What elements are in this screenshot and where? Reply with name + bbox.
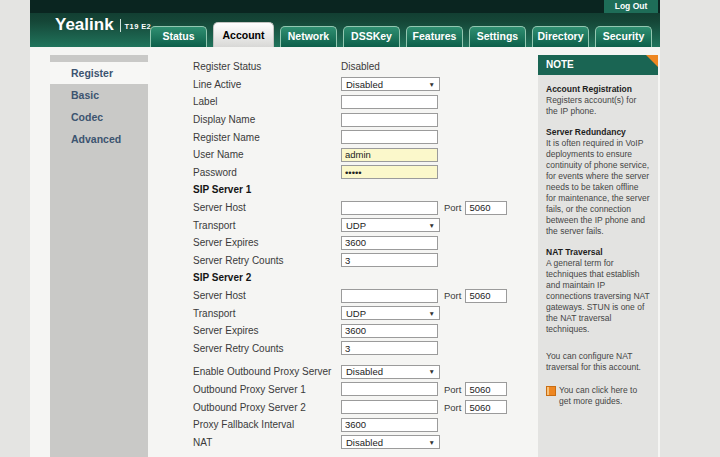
sidebar-item-register[interactable]: Register	[50, 62, 150, 84]
field-control: Port	[341, 201, 507, 215]
field-label-register-name: Register Name	[193, 132, 341, 143]
guide-link-text[interactable]: You can click here to get more guides.	[559, 385, 650, 407]
tab-dsskey[interactable]: DSSKey	[343, 26, 400, 47]
field-control: Disabled▼	[341, 77, 440, 91]
field-label-server-expires: Server Expires	[193, 237, 341, 248]
proxy-fallback-interval-input[interactable]	[341, 418, 438, 432]
selected-option: Disabled	[346, 366, 383, 377]
note-section-nat-traversal: NAT TraversalA general term for techniqu…	[546, 247, 650, 335]
transport-select[interactable]: UDP▼	[341, 306, 440, 320]
top-strip: Log Out	[30, 0, 660, 13]
form-row-server-retry-counts: Server Retry Counts	[193, 252, 543, 270]
form-row-server-expires: Server Expires	[193, 234, 543, 252]
field-label-display-name: Display Name	[193, 114, 341, 125]
field-control	[341, 324, 438, 338]
port-label: Port	[444, 402, 461, 413]
server-expires-input[interactable]	[341, 236, 438, 250]
user-name-input[interactable]	[341, 148, 438, 162]
field-control: UDP▼	[341, 306, 440, 320]
field-label-proxy-fallback-interval: Proxy Fallback Interval	[193, 419, 341, 430]
transport-select[interactable]: UDP▼	[341, 218, 440, 232]
note-section-heading: Server Redundancy	[546, 127, 650, 138]
field-label-server-host: Server Host	[193, 202, 341, 213]
field-control: Disabled▼	[341, 365, 440, 379]
outbound-proxy-server-2-input[interactable]	[341, 400, 438, 414]
form-row-server-expires: Server Expires	[193, 322, 543, 340]
field-control: Port	[341, 382, 507, 396]
field-label-transport: Transport	[193, 220, 341, 231]
note-guide-line: You can click here to get more guides.	[546, 385, 650, 407]
note-section-body: A general term for techniques that estab…	[546, 258, 650, 335]
tab-security[interactable]: Security	[595, 26, 652, 47]
field-control	[341, 148, 438, 162]
label-input[interactable]	[341, 95, 438, 109]
note-footer-text: You can configure NAT traversal for this…	[546, 351, 650, 373]
register-status-value: Disabled	[341, 61, 380, 72]
server-expires-input[interactable]	[341, 324, 438, 338]
field-control	[341, 418, 438, 432]
form-row-server-host: Server HostPort	[193, 199, 543, 217]
display-name-input[interactable]	[341, 113, 438, 127]
password-input[interactable]	[341, 165, 438, 179]
server-host-port-input[interactable]	[465, 201, 507, 215]
server-host-input[interactable]	[341, 289, 438, 303]
note-panel: NOTE Account RegistrationRegisters accou…	[538, 55, 658, 457]
server-host-input[interactable]	[341, 201, 438, 215]
server-host-port-input[interactable]	[465, 289, 507, 303]
sidebar-item-basic[interactable]: Basic	[50, 84, 148, 106]
selected-option: UDP	[346, 220, 366, 231]
server-retry-counts-input[interactable]	[341, 253, 438, 267]
enable-outbound-proxy-server-select[interactable]: Disabled▼	[341, 365, 440, 379]
tab-directory[interactable]: Directory	[532, 26, 589, 47]
tab-settings[interactable]: Settings	[469, 26, 526, 47]
selected-option: UDP	[346, 308, 366, 319]
section-title-sip-server-2: SIP Server 2	[193, 272, 251, 283]
sidebar-item-codec[interactable]: Codec	[50, 106, 148, 128]
port-label: Port	[444, 384, 461, 395]
sidebar-item-advanced[interactable]: Advanced	[50, 128, 148, 150]
field-label-line-active: Line Active	[193, 79, 341, 90]
field-label-transport: Transport	[193, 308, 341, 319]
outbound-proxy-server-1-port-input[interactable]	[465, 382, 507, 396]
note-title: NOTE	[546, 59, 574, 70]
field-control	[341, 130, 438, 144]
nav-tabs: StatusAccountNetworkDSSKeyFeaturesSettin…	[150, 22, 652, 47]
form-row-transport: TransportUDP▼	[193, 216, 543, 234]
outbound-proxy-server-1-input[interactable]	[341, 382, 438, 396]
form-row-proxy-fallback-interval: Proxy Fallback Interval	[193, 416, 543, 434]
server-retry-counts-input[interactable]	[341, 341, 438, 355]
brand-logo: Yealink T19 E2	[55, 15, 151, 35]
note-header: NOTE	[538, 55, 658, 75]
guide-book-icon	[546, 386, 556, 396]
form-row-password: Password	[193, 164, 543, 182]
tab-status[interactable]: Status	[150, 26, 207, 47]
field-label-password: Password	[193, 167, 341, 178]
nat-select[interactable]: Disabled▼	[341, 435, 440, 449]
form-row-sip-server-2: SIP Server 2	[193, 269, 543, 287]
register-name-input[interactable]	[341, 130, 438, 144]
line-active-select[interactable]: Disabled▼	[341, 77, 440, 91]
field-control	[341, 341, 438, 355]
field-label-outbound-proxy-server-1: Outbound Proxy Server 1	[193, 384, 341, 395]
form-row-register-status: Register StatusDisabled	[193, 58, 543, 76]
tab-account[interactable]: Account	[213, 22, 274, 47]
form-row-label: Label	[193, 93, 543, 111]
note-section-heading: NAT Traversal	[546, 247, 650, 258]
field-label-user-name: User Name	[193, 149, 341, 160]
tab-network[interactable]: Network	[280, 26, 337, 47]
register-form: Register StatusDisabledLine ActiveDisabl…	[193, 55, 543, 451]
chevron-down-icon: ▼	[429, 310, 435, 317]
logout-button[interactable]: Log Out	[604, 0, 658, 13]
form-row-outbound-proxy-server-2: Outbound Proxy Server 2Port	[193, 398, 543, 416]
brand-name: Yealink	[55, 15, 114, 35]
selected-option: Disabled	[346, 437, 383, 448]
tab-features[interactable]: Features	[406, 26, 463, 47]
header: Log Out Yealink T19 E2 StatusAccountNetw…	[30, 0, 660, 47]
chevron-down-icon: ▼	[429, 368, 435, 375]
sidebar: RegisterBasicCodecAdvanced	[50, 55, 148, 457]
field-label-outbound-proxy-server-2: Outbound Proxy Server 2	[193, 402, 341, 413]
note-body: Account RegistrationRegisters account(s)…	[538, 75, 658, 407]
chevron-down-icon: ▼	[429, 439, 435, 446]
form-row-outbound-proxy-server-1: Outbound Proxy Server 1Port	[193, 381, 543, 399]
outbound-proxy-server-2-port-input[interactable]	[465, 400, 507, 414]
